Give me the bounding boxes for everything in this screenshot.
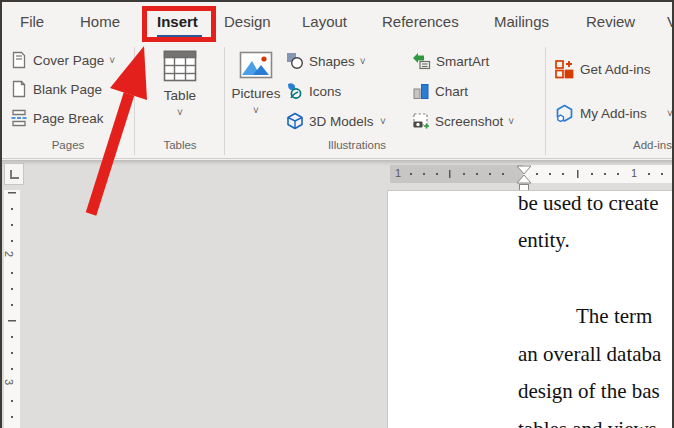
- 3d-models-icon: [286, 112, 304, 130]
- tab-mailings[interactable]: Mailings: [494, 13, 549, 30]
- ruler-ticks: [390, 165, 674, 183]
- ruler-number: 3: [3, 379, 15, 385]
- pictures-label: Pictures: [228, 86, 284, 101]
- document-text-line: an overall databa: [518, 342, 661, 367]
- page-break-button[interactable]: Page Break: [10, 105, 104, 131]
- chevron-down-icon[interactable]: ˅: [228, 104, 284, 116]
- get-addins-label: Get Add-ins: [580, 62, 651, 77]
- screenshot-icon: [412, 112, 430, 130]
- chevron-down-icon[interactable]: ˅: [360, 55, 366, 67]
- page-break-label: Page Break: [33, 111, 104, 126]
- get-addins-icon: [554, 59, 575, 80]
- group-separator: [134, 47, 135, 155]
- group-separator: [545, 47, 546, 155]
- table-icon: [162, 48, 198, 84]
- vertical-ruler: 2 3: [4, 190, 20, 428]
- ribbon: Cover Page ˅ Blank Page Page Break Pages: [2, 42, 674, 159]
- illustrations-group-label: Illustrations: [242, 139, 472, 151]
- smartart-button[interactable]: SmartArt: [412, 48, 489, 74]
- page-break-icon: [10, 109, 28, 127]
- addins-group-label: Add-ins: [562, 139, 672, 151]
- document-text-line: be used to create: [518, 191, 659, 216]
- shapes-icon: [286, 52, 304, 70]
- chevron-down-icon[interactable]: ˅: [150, 106, 210, 118]
- get-addins-button[interactable]: Get Add-ins: [554, 56, 651, 82]
- tab-home[interactable]: Home: [80, 13, 120, 30]
- my-addins-icon: [554, 103, 575, 124]
- tables-group-label: Tables: [142, 139, 218, 151]
- table-label: Table: [150, 88, 210, 103]
- chart-label: Chart: [435, 84, 468, 99]
- icons-icon: [286, 82, 304, 100]
- cover-page-label: Cover Page: [33, 53, 104, 68]
- horizontal-ruler[interactable]: 1 1: [390, 165, 674, 183]
- ruler-number: 2: [3, 251, 15, 257]
- pictures-icon: [238, 48, 274, 82]
- chart-icon: [412, 82, 430, 100]
- blank-page-label: Blank Page: [33, 82, 102, 97]
- shapes-label: Shapes: [309, 54, 355, 69]
- blank-page-button[interactable]: Blank Page: [10, 76, 102, 102]
- document-text-line: entity.: [518, 228, 570, 253]
- my-addins-button[interactable]: My Add-ins: [554, 100, 647, 126]
- smartart-icon: [412, 52, 431, 70]
- tab-stop-selector[interactable]: [4, 163, 24, 185]
- shapes-button[interactable]: Shapes ˅: [286, 48, 366, 74]
- insert-tab-highlight-rectangle: [142, 6, 216, 42]
- group-separator: [224, 47, 225, 155]
- tab-design[interactable]: Design: [224, 13, 271, 30]
- ruler-ticks: [4, 190, 20, 428]
- tab-references[interactable]: References: [382, 13, 459, 30]
- menu-bar: File Home Insert Design Layout Reference…: [2, 4, 674, 42]
- pages-group-label: Pages: [8, 139, 128, 151]
- blank-page-icon: [10, 80, 28, 98]
- tab-file[interactable]: File: [20, 13, 44, 30]
- left-tab-icon: [10, 170, 19, 179]
- smartart-label: SmartArt: [436, 54, 489, 69]
- 3d-models-button[interactable]: 3D Models: [286, 108, 374, 134]
- chevron-down-icon[interactable]: ˅: [380, 115, 386, 127]
- tab-layout[interactable]: Layout: [302, 13, 347, 30]
- tab-view[interactable]: View: [667, 13, 674, 30]
- document-text-line: design of the bas: [518, 379, 660, 404]
- icons-button[interactable]: Icons: [286, 78, 341, 104]
- chart-button[interactable]: Chart: [412, 78, 468, 104]
- document-text-line: The term: [576, 304, 652, 329]
- screenshot-label: Screenshot: [435, 114, 503, 129]
- tab-review[interactable]: Review: [586, 13, 635, 30]
- screenshot-button[interactable]: Screenshot ˅: [412, 108, 514, 134]
- document-text-line: tables and views: [518, 417, 657, 428]
- cover-page-icon: [10, 51, 28, 69]
- my-addins-label: My Add-ins: [580, 106, 647, 121]
- document-area: 1 1: [2, 160, 674, 428]
- cover-page-button[interactable]: Cover Page ˅: [10, 47, 115, 73]
- chevron-down-icon[interactable]: ˅: [109, 54, 115, 66]
- 3d-models-label: 3D Models: [309, 114, 374, 129]
- word-window: { "menu": { "tabs": ["File", "Home", "In…: [0, 0, 674, 428]
- icons-label: Icons: [309, 84, 341, 99]
- chevron-down-icon[interactable]: ˅: [508, 115, 514, 127]
- chevron-down-icon[interactable]: ˅: [667, 107, 673, 119]
